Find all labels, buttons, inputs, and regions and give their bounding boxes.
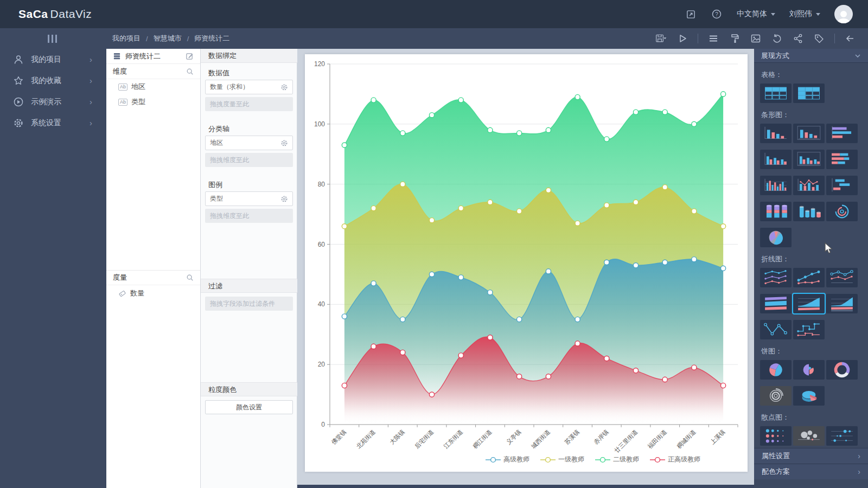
chart-type-pie-rose[interactable] [793, 360, 825, 380]
dimension-field[interactable]: Ab类型 [106, 94, 200, 110]
category-axis-field[interactable]: 地区 [205, 136, 293, 150]
chart-type-bar-polar[interactable] [826, 202, 858, 221]
legend-item-一级教师[interactable]: 一级教师 [540, 455, 584, 464]
chart-type-pie-3d[interactable] [793, 386, 825, 406]
share-icon[interactable] [792, 33, 804, 44]
chart-group-label: 折线图： [761, 254, 868, 264]
measures-label: 度量 [113, 273, 127, 282]
sidebar-item-label: 我的收藏 [31, 76, 61, 86]
breadcrumb-item[interactable]: 智慧城市 [154, 34, 182, 43]
filter-drop-zone[interactable]: 拖拽字段添加过滤条件 [205, 297, 293, 311]
chevron-right-icon: › [858, 452, 860, 460]
app-root: SaCaDataViz ? 中文简体 刘熙伟 我的项目/智慧城市/师资统计二 我… [0, 0, 868, 488]
chart-type-pie-rings[interactable] [760, 386, 792, 406]
chart-type-bar-dense[interactable] [760, 176, 792, 195]
measure-drop-zone[interactable]: 拖拽度量至此 [205, 97, 293, 111]
dimension-drop-zone[interactable]: 拖拽维度至此 [205, 209, 293, 223]
chart-type-scatter-grid[interactable] [760, 426, 792, 446]
chart-type-line-zigzag[interactable] [760, 320, 792, 339]
sidebar-item-系统设置[interactable]: 系统设置 › [0, 112, 106, 133]
edit-icon[interactable] [186, 52, 194, 60]
chart-type-bar-3d-stacked[interactable] [760, 202, 792, 221]
binding-title: 数据绑定 [201, 49, 297, 63]
export-icon[interactable] [685, 8, 697, 20]
svg-text:后宅街道: 后宅街道 [413, 428, 435, 450]
tag-icon[interactable] [813, 33, 825, 44]
chart-type-bar-h-stacked[interactable] [826, 150, 858, 169]
sidebar-item-示例演示[interactable]: 示例演示 › [0, 91, 106, 112]
panel-row-配色方案[interactable]: 配色方案› [754, 464, 868, 479]
panel-row-属性设置[interactable]: 属性设置› [754, 448, 868, 464]
field-label: 地区 [131, 82, 145, 92]
chart-type-line-step[interactable] [793, 320, 825, 339]
chart-type-area-rise[interactable] [793, 294, 825, 313]
measure-field[interactable]: 数量 [106, 286, 200, 301]
legend-field[interactable]: 类型 [205, 191, 293, 206]
language-selector[interactable]: 中文简体 [737, 9, 775, 19]
field-gear-icon[interactable] [280, 195, 288, 203]
logo-primary: SaCa [18, 8, 48, 20]
field-text: 地区 [210, 138, 223, 147]
svg-text:80: 80 [318, 181, 326, 188]
field-gear-icon[interactable] [280, 84, 288, 91]
chart-type-bar-h-range[interactable] [826, 176, 858, 195]
legend-item-高级教师[interactable]: 高级教师 [486, 455, 529, 464]
category-axis-label: 分类轴 [208, 124, 229, 134]
chart-type-table-highlight[interactable] [793, 84, 825, 103]
chart-type-scatter-bubble[interactable] [793, 426, 825, 446]
menu-icon[interactable] [707, 33, 719, 44]
chart-group-label: 表格： [761, 70, 868, 80]
chart-type-line-multi[interactable] [760, 268, 792, 287]
format-brush-icon[interactable] [729, 33, 741, 44]
chart-type-line-mixed[interactable] [826, 268, 858, 287]
legend-item-二级教师[interactable]: 二级教师 [595, 455, 639, 464]
back-icon[interactable] [844, 33, 856, 44]
chart-type-bar-horizontal[interactable] [826, 124, 858, 143]
chart-type-bar-with-line[interactable] [793, 176, 825, 195]
chart-type-table-plain[interactable] [760, 84, 792, 103]
search-icon[interactable] [186, 274, 194, 281]
save-icon[interactable] [655, 33, 667, 44]
field-gear-icon[interactable] [280, 139, 288, 147]
play-icon[interactable] [676, 33, 688, 44]
chart-type-bar-grouped[interactable] [760, 150, 792, 169]
legend-item-正高级教师[interactable]: 正高级教师 [650, 455, 700, 464]
image-icon[interactable] [750, 33, 762, 44]
chart-type-area-flat[interactable] [760, 294, 792, 313]
chart-type-bar-basic[interactable] [760, 124, 792, 143]
chart-group-label: 条形图： [761, 110, 868, 120]
user-menu[interactable]: 刘熙伟 [789, 9, 820, 19]
chart-type-bar-framed[interactable] [793, 124, 825, 143]
display-mode-header[interactable]: 展现方式 [754, 49, 868, 63]
data-value-field[interactable]: 数量（求和） [205, 80, 293, 94]
breadcrumb: 我的项目/智慧城市/师资统计二 [112, 34, 229, 43]
svg-text:60: 60 [318, 241, 326, 248]
avatar[interactable] [834, 5, 853, 23]
undo-icon[interactable] [771, 33, 783, 44]
sidebar-item-我的项目[interactable]: 我的项目 › [0, 49, 106, 70]
sidebar-item-我的收藏[interactable]: 我的收藏 › [0, 70, 106, 91]
chart-type-pie-3d-small[interactable] [760, 228, 792, 247]
chart-type-scatter-dot[interactable] [826, 426, 858, 446]
chart-type-bar-grouped-framed[interactable] [793, 150, 825, 169]
help-icon[interactable]: ? [711, 8, 723, 20]
breadcrumb-item[interactable]: 我的项目 [112, 34, 141, 43]
field-label: 类型 [131, 97, 145, 107]
sidebar-item-label: 示例演示 [31, 97, 61, 107]
breadcrumb-item[interactable]: 师资统计二 [194, 34, 229, 43]
binding-panel: 数据绑定 数据值 数量（求和） 拖拽度量至此 分类轴 地区 拖拽维度至此 图例 … [201, 49, 297, 488]
color-settings-button[interactable]: 颜色设置 [205, 400, 293, 414]
chart-card: 020406080100120佛堂镇北苑街道大陈镇后宅街道江东街道稠江街道义亭镇… [305, 54, 748, 472]
chart-type-bar-cylinder[interactable] [793, 202, 825, 221]
area-chart[interactable]: 020406080100120佛堂镇北苑街道大陈镇后宅街道江东街道稠江街道义亭镇… [305, 54, 748, 458]
dimension-field[interactable]: Ab地区 [106, 79, 200, 94]
dimension-drop-zone[interactable]: 拖拽维度至此 [205, 153, 293, 167]
collapse-panel-icon[interactable] [48, 35, 57, 43]
search-icon[interactable] [186, 68, 194, 75]
svg-text:义亭镇: 义亭镇 [505, 428, 522, 446]
chart-type-area-bar[interactable] [826, 294, 858, 313]
chart-type-grid [754, 268, 868, 339]
chart-type-line-rise[interactable] [793, 268, 825, 287]
chart-type-pie-basic[interactable] [760, 360, 792, 380]
chart-type-pie-donut[interactable] [826, 360, 858, 380]
